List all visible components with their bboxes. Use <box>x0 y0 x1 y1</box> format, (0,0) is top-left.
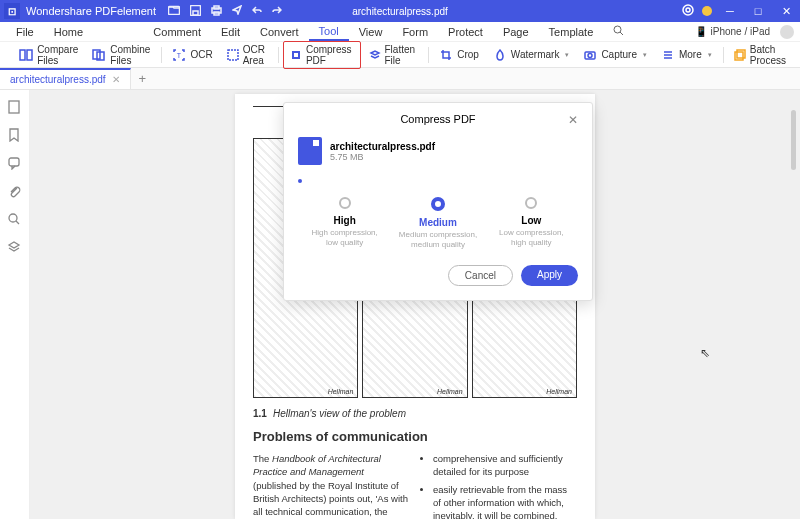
radio-icon <box>339 197 351 209</box>
flatten-file-button[interactable]: Flatten File <box>363 42 424 68</box>
toolbar: Compare Files Combine Files TOCR OCR Are… <box>0 42 800 68</box>
body-columns: The Handbook of Architectural Practice a… <box>253 452 577 519</box>
close-window-icon[interactable]: ✕ <box>776 5 796 18</box>
tab-bar: architecturalpress.pdf ✕ + <box>0 68 800 90</box>
ocr-button[interactable]: TOCR <box>166 46 218 64</box>
settings-icon[interactable] <box>682 4 694 18</box>
more-button[interactable]: More▾ <box>655 46 718 64</box>
compress-pdf-button[interactable]: Compress PDF <box>283 41 361 69</box>
svg-rect-16 <box>294 53 298 57</box>
svg-point-6 <box>686 8 690 12</box>
cursor-icon: ⇖ <box>700 346 710 360</box>
section-heading: Problems of communication <box>253 429 577 444</box>
main-area: The structure of information 1.1Hellman'… <box>0 90 800 519</box>
minimize-icon[interactable]: ─ <box>720 5 740 17</box>
undo-icon[interactable] <box>252 5 262 18</box>
svg-point-18 <box>588 53 592 57</box>
ocr-area-button[interactable]: OCR Area <box>221 42 273 68</box>
title-bar: ⊡ Wondershare PDFelement architecturalpr… <box>0 0 800 22</box>
modal-filesize: 5.75 MB <box>330 152 435 162</box>
save-icon[interactable] <box>190 5 201 18</box>
svg-rect-9 <box>20 50 25 60</box>
device-link[interactable]: 📱 iPhone / iPad <box>695 26 771 37</box>
watermark-button[interactable]: Watermark▾ <box>487 46 576 64</box>
compress-pdf-modal: Compress PDF ✕ architecturalpress.pdf 5.… <box>283 102 593 301</box>
compare-files-button[interactable]: Compare Files <box>13 42 84 68</box>
modal-title: Compress PDF <box>400 113 475 125</box>
svg-point-7 <box>683 5 693 15</box>
new-tab-button[interactable]: + <box>131 71 155 86</box>
folder-icon[interactable] <box>168 5 180 18</box>
tab-label: architecturalpress.pdf <box>10 74 106 85</box>
svg-rect-20 <box>737 50 745 58</box>
cancel-button[interactable]: Cancel <box>448 265 513 286</box>
status-dot-icon <box>702 6 712 16</box>
combine-files-button[interactable]: Combine Files <box>86 42 156 68</box>
svg-rect-10 <box>27 50 32 60</box>
svg-rect-2 <box>193 11 198 15</box>
search-icon[interactable] <box>603 23 634 40</box>
annotations-icon[interactable] <box>7 156 23 172</box>
menu-protect[interactable]: Protect <box>438 24 493 40</box>
tab-close-icon[interactable]: ✕ <box>112 74 120 85</box>
pdf-file-icon <box>298 137 322 165</box>
compress-option-medium[interactable]: Medium Medium compression,medium quality <box>391 197 484 249</box>
search-side-icon[interactable] <box>7 212 23 228</box>
svg-rect-14 <box>228 50 238 60</box>
menu-bar: File Home Comment Edit Convert Tool View… <box>0 22 800 42</box>
attachment-icon[interactable] <box>7 184 23 200</box>
menu-file[interactable]: File <box>6 24 44 40</box>
menu-tool[interactable]: Tool <box>309 23 349 41</box>
document-title: architecturalpress.pdf <box>352 6 448 17</box>
menu-convert[interactable]: Convert <box>250 24 309 40</box>
modal-filename: architecturalpress.pdf <box>330 141 435 152</box>
print-icon[interactable] <box>211 5 222 18</box>
menu-comment[interactable]: Comment <box>143 24 211 40</box>
batch-process-button[interactable]: Batch Process <box>728 42 794 68</box>
menu-form[interactable]: Form <box>392 24 438 40</box>
compress-option-low[interactable]: Low Low compression,high quality <box>485 197 578 249</box>
capture-button[interactable]: Capture▾ <box>577 46 653 64</box>
menu-home[interactable]: Home <box>44 24 93 40</box>
radio-icon <box>525 197 537 209</box>
avatar-icon[interactable] <box>780 25 794 39</box>
app-logo-icon: ⊡ <box>4 3 20 19</box>
menu-template[interactable]: Template <box>539 24 604 40</box>
menu-view[interactable]: View <box>349 24 393 40</box>
apply-button[interactable]: Apply <box>521 265 578 286</box>
svg-point-8 <box>614 26 621 33</box>
svg-rect-22 <box>9 158 19 166</box>
compress-option-high[interactable]: High High compression,low quality <box>298 197 391 249</box>
sidebar <box>0 90 30 519</box>
modal-close-icon[interactable]: ✕ <box>568 113 578 127</box>
figure-caption: 1.1Hellman's view of the problem <box>253 408 577 419</box>
share-icon[interactable] <box>232 5 242 18</box>
svg-point-23 <box>9 214 17 222</box>
scrollbar-thumb[interactable] <box>791 110 796 170</box>
bookmark-icon[interactable] <box>7 128 23 144</box>
document-tab[interactable]: architecturalpress.pdf ✕ <box>0 68 131 89</box>
svg-rect-21 <box>9 101 19 113</box>
radio-icon <box>431 197 445 211</box>
maximize-icon[interactable]: □ <box>748 5 768 17</box>
svg-text:T: T <box>177 52 182 59</box>
svg-rect-19 <box>735 52 743 60</box>
crop-button[interactable]: Crop <box>433 46 485 64</box>
thumbnail-icon[interactable] <box>7 100 23 116</box>
menu-page[interactable]: Page <box>493 24 539 40</box>
layers-icon[interactable] <box>7 240 23 256</box>
menu-edit[interactable]: Edit <box>211 24 250 40</box>
document-canvas[interactable]: The structure of information 1.1Hellman'… <box>30 90 800 519</box>
redo-icon[interactable] <box>272 5 282 18</box>
app-name: Wondershare PDFelement <box>26 5 156 17</box>
